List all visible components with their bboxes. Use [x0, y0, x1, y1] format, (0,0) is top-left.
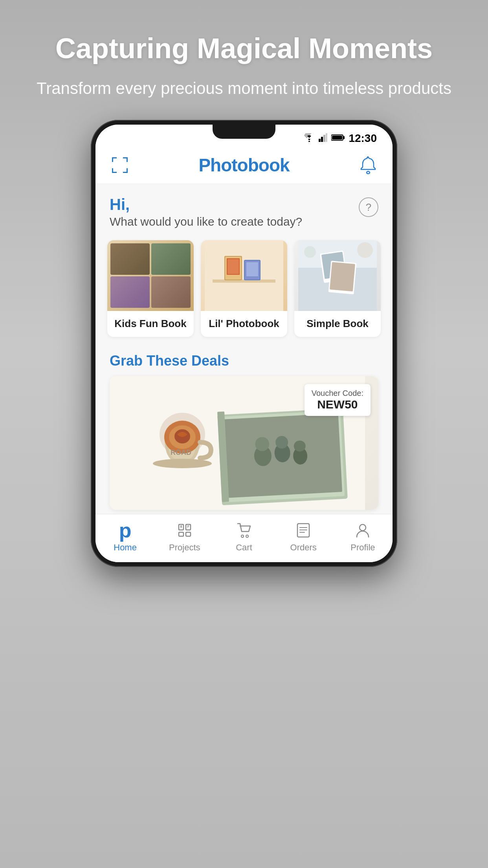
- cart-icon: [234, 520, 254, 540]
- nav-label-orders: Orders: [290, 542, 317, 553]
- svg-text:ROAD: ROAD: [171, 449, 191, 456]
- greeting-section: Hi, What would you like to create today?…: [95, 184, 393, 236]
- svg-rect-54: [186, 532, 191, 536]
- products-row: Kids Fun Book: [107, 240, 381, 337]
- hero-title: Capturing Magical Moments: [37, 31, 451, 65]
- kids-photo-2: [151, 243, 191, 275]
- kids-photo-4: [151, 276, 191, 308]
- nav-label-projects: Projects: [169, 542, 200, 553]
- nav-label-cart: Cart: [236, 542, 252, 553]
- greeting-hi: Hi,: [110, 196, 302, 213]
- svg-point-56: [246, 535, 248, 537]
- svg-rect-18: [213, 280, 275, 283]
- nav-label-home: Home: [114, 542, 137, 553]
- kids-photo-1: [110, 243, 150, 275]
- svg-point-33: [357, 242, 373, 258]
- wifi-icon: [304, 133, 315, 143]
- deals-title: Grab These Deals: [110, 353, 378, 369]
- svg-rect-9: [112, 157, 113, 162]
- svg-rect-25: [246, 262, 258, 276]
- product-card-lil-photobook[interactable]: Lil' Photobook: [201, 240, 287, 337]
- projects-icon: [175, 520, 194, 540]
- svg-rect-6: [343, 136, 345, 139]
- svg-rect-2: [321, 137, 323, 142]
- nav-item-orders[interactable]: Orders: [274, 520, 333, 553]
- phone-notch: [213, 125, 275, 139]
- product-label-lil: Lil' Photobook: [201, 311, 287, 337]
- nav-label-profile: Profile: [350, 542, 375, 553]
- status-time: 12:30: [349, 132, 377, 145]
- greeting-subtitle: What would you like to create today?: [110, 215, 302, 228]
- svg-point-58: [360, 524, 366, 531]
- phone-frame: 12:30 Photobook: [91, 120, 397, 567]
- orders-icon: [294, 520, 313, 540]
- status-icons: 12:30: [304, 132, 377, 145]
- svg-rect-31: [330, 262, 355, 292]
- svg-rect-15: [127, 168, 128, 173]
- voucher-code: NEW50: [312, 398, 363, 411]
- help-icon[interactable]: ?: [359, 197, 378, 217]
- app-logo: Photobook: [198, 154, 289, 176]
- svg-rect-4: [326, 133, 327, 142]
- product-image-simple: [294, 240, 381, 311]
- app-header: Photobook: [95, 148, 393, 184]
- product-card-kids-fun-book[interactable]: Kids Fun Book: [107, 240, 194, 337]
- bell-icon[interactable]: [358, 155, 378, 175]
- signal-icon: [319, 133, 327, 143]
- scan-icon[interactable]: [110, 155, 130, 175]
- svg-point-0: [308, 141, 310, 142]
- nav-item-home[interactable]: p Home: [95, 520, 155, 553]
- nav-item-projects[interactable]: Projects: [155, 520, 214, 553]
- voucher-badge: Voucher Code: NEW50: [305, 384, 371, 416]
- deals-section: Grab These Deals Voucher Code: NEW50: [95, 345, 393, 514]
- svg-rect-11: [127, 157, 128, 162]
- svg-rect-22: [227, 259, 239, 274]
- svg-rect-1: [319, 139, 321, 142]
- svg-rect-7: [332, 136, 342, 140]
- svg-point-39: [153, 459, 212, 468]
- battery-icon: [331, 134, 345, 143]
- svg-rect-13: [112, 168, 113, 173]
- svg-rect-3: [323, 135, 325, 142]
- hero-subtitle: Transform every precious moment into tim…: [37, 77, 451, 100]
- svg-rect-53: [179, 532, 183, 536]
- kids-photo-3: [110, 276, 150, 308]
- product-label-kids: Kids Fun Book: [107, 311, 194, 337]
- deals-banner[interactable]: Voucher Code: NEW50: [110, 376, 378, 510]
- product-label-simple: Simple Book: [294, 311, 381, 337]
- hero-section: Capturing Magical Moments Transform ever…: [5, 0, 483, 120]
- phone-wrapper: 12:30 Photobook: [83, 120, 405, 868]
- svg-point-32: [304, 246, 316, 258]
- svg-point-16: [367, 171, 370, 174]
- bottom-nav: p Home Proje: [95, 514, 393, 562]
- product-card-simple-book[interactable]: Simple Book: [294, 240, 381, 337]
- home-icon: p: [116, 520, 135, 540]
- products-section: Kids Fun Book: [95, 236, 393, 345]
- product-image-lil: [201, 240, 287, 311]
- svg-point-55: [241, 535, 244, 537]
- nav-item-cart[interactable]: Cart: [214, 520, 273, 553]
- profile-icon: [353, 520, 372, 540]
- product-image-kids: [107, 240, 194, 311]
- voucher-label: Voucher Code:: [312, 389, 363, 398]
- phone-screen: 12:30 Photobook: [95, 125, 393, 562]
- greeting-text: Hi, What would you like to create today?: [110, 196, 302, 228]
- nav-item-profile[interactable]: Profile: [333, 520, 393, 553]
